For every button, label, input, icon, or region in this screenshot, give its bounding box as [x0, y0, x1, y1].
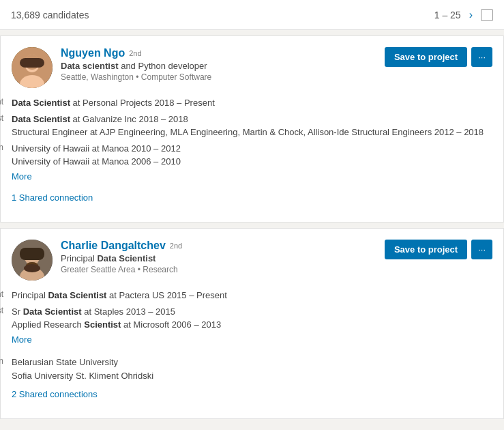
education-row: Education Belarusian State University So… [12, 356, 492, 382]
person-location: Seattle, Washington • Computer Software [61, 72, 211, 82]
past-line1: Sr Data Scientist at Staples 2013 – 2015 [12, 305, 492, 319]
more-link[interactable]: More [12, 333, 492, 347]
shared-connection[interactable]: 2 Shared connections [12, 389, 492, 409]
education-label: Education [0, 356, 12, 366]
location: Greater Seattle Area [61, 265, 135, 274]
card-header-left: Nguyen Ngo 2nd Data scientist and Python… [12, 47, 211, 88]
svg-point-10 [24, 264, 40, 272]
degree-badge: 2nd [170, 242, 182, 250]
person-location: Greater Seattle Area • Research [61, 265, 182, 274]
education-line1: University of Hawaii at Manoa 2010 – 201… [12, 142, 492, 156]
past-line2: Structural Engineer at AJP Engineering, … [12, 126, 492, 139]
industry: Research [143, 265, 177, 274]
past-content: Sr Data Scientist at Staples 2013 – 2015… [12, 305, 492, 354]
shared-connection-row: 2 Shared connections [12, 389, 492, 418]
avatar [12, 47, 53, 88]
current-row: Current Data Scientist at Personal Proje… [12, 96, 492, 110]
card-header: Charlie Dangaltchev 2nd Principal Data S… [12, 240, 492, 281]
person-name[interactable]: Charlie Dangaltchev [61, 240, 166, 252]
candidate-card-nguyen-ngo: Nguyen Ngo 2nd Data scientist and Python… [0, 35, 504, 223]
person-name[interactable]: Nguyen Ngo [61, 47, 125, 59]
title-bold: Data Scientist [97, 253, 155, 263]
person-title: Data scientist and Python developer [61, 61, 211, 71]
name-row: Charlie Dangaltchev 2nd [61, 240, 182, 252]
past-row: Past Data Scientist at Galvanize Inc 201… [12, 113, 492, 139]
save-to-project-button[interactable]: Save to project [385, 240, 467, 259]
name-row: Nguyen Ngo 2nd [61, 47, 211, 59]
select-all-checkbox[interactable] [481, 9, 493, 21]
past-label: Past [0, 305, 12, 315]
education-content: Belarusian State University Sofia Univer… [12, 356, 492, 382]
card-header-left: Charlie Dangaltchev 2nd Principal Data S… [12, 240, 182, 281]
more-options-button[interactable]: ··· [471, 47, 492, 67]
past-line1: Data Scientist at Galvanize Inc 2018 – 2… [12, 113, 492, 126]
current-label: Current [0, 289, 12, 299]
education-line1: Belarusian State University [12, 356, 492, 369]
next-page-chevron[interactable]: › [466, 8, 475, 23]
title-plain: and Python developer [119, 61, 207, 71]
card-actions: Save to project ··· [385, 240, 492, 259]
save-to-project-button[interactable]: Save to project [385, 47, 467, 67]
svg-rect-4 [20, 58, 44, 68]
past-label: Past [0, 113, 12, 123]
more-link[interactable]: More [12, 170, 492, 184]
current-bold: Data Scientist [12, 98, 70, 108]
current-content: Data Scientist at Personal Projects 2018… [12, 96, 492, 110]
pagination-controls: 1 – 25 › [434, 8, 493, 23]
title-bold: Data scientist [61, 61, 119, 71]
more-options-button[interactable]: ··· [471, 240, 492, 259]
past-line2: Applied Research Scientist at Microsoft … [12, 318, 492, 332]
person-title: Principal Data Scientist [61, 253, 182, 263]
pagination-range: 1 – 25 [434, 10, 461, 20]
shared-connection[interactable]: 1 Shared connection [12, 192, 492, 212]
education-row: Education University of Hawaii at Manoa … [12, 142, 492, 190]
education-line2: Sofia University St. Kliment Ohridski [12, 369, 492, 383]
current-content: Principal Data Scientist at Pactera US 2… [12, 289, 492, 302]
past-row: Past Sr Data Scientist at Staples 2013 –… [12, 305, 492, 354]
education-line2: University of Hawaii at Manoa 2006 – 201… [12, 155, 492, 169]
card-header: Nguyen Ngo 2nd Data scientist and Python… [12, 47, 492, 88]
location-separator: • [136, 72, 141, 82]
card-actions: Save to project ··· [385, 47, 492, 67]
past-content: Data Scientist at Galvanize Inc 2018 – 2… [12, 113, 492, 139]
current-bold: Data Scientist [48, 290, 106, 300]
person-info: Nguyen Ngo 2nd Data scientist and Python… [61, 47, 211, 82]
candidates-count: 13,689 candidates [11, 10, 89, 20]
shared-connection-row: 1 Shared connection [12, 192, 492, 222]
education-label: Education [0, 142, 12, 152]
svg-rect-8 [20, 248, 44, 260]
current-plain: Principal [12, 290, 48, 300]
candidate-card-charlie-dangaltchev: Charlie Dangaltchev 2nd Principal Data S… [0, 228, 504, 419]
current-row: Current Principal Data Scientist at Pact… [12, 289, 492, 302]
industry: Computer Software [141, 72, 211, 82]
page-wrapper: 13,689 candidates 1 – 25 › [0, 0, 504, 419]
current-label: Current [0, 96, 12, 106]
top-bar: 13,689 candidates 1 – 25 › [0, 0, 504, 30]
degree-badge: 2nd [129, 49, 141, 57]
avatar [12, 240, 53, 281]
person-info: Charlie Dangaltchev 2nd Principal Data S… [61, 240, 182, 274]
title-plain: Principal [61, 253, 97, 263]
education-content: University of Hawaii at Manoa 2010 – 201… [12, 142, 492, 190]
location: Seattle, Washington [61, 72, 134, 82]
